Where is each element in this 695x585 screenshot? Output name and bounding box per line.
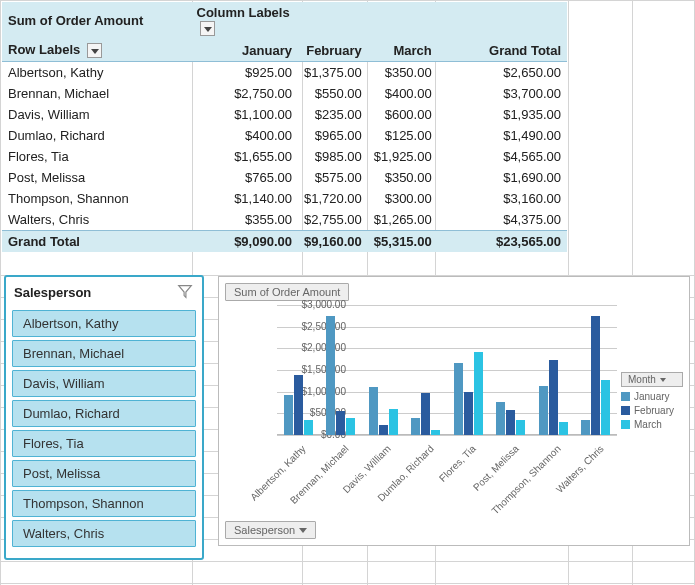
slicer-item[interactable]: Dumlao, Richard — [12, 400, 196, 427]
pivot-cell[interactable]: $3,160.00 — [438, 188, 567, 209]
legend-item[interactable]: March — [621, 419, 683, 430]
pivot-cell[interactable]: $1,490.00 — [438, 125, 567, 146]
chart-bar[interactable] — [601, 380, 610, 435]
legend-item[interactable]: February — [621, 405, 683, 416]
chart-bar[interactable] — [581, 420, 590, 435]
pivot-cell[interactable]: $355.00 — [191, 209, 298, 231]
row-label[interactable]: Brennan, Michael — [2, 83, 191, 104]
chart-bar[interactable] — [411, 418, 420, 435]
chart-bar[interactable] — [549, 360, 558, 435]
pivot-cell[interactable]: $1,935.00 — [438, 104, 567, 125]
chart-bar[interactable] — [421, 393, 430, 435]
pivot-cell[interactable]: $2,650.00 — [438, 62, 567, 84]
spreadsheet-view: { "pivot": { "sum_label": "Sum of Order … — [0, 0, 695, 585]
pivot-cell[interactable]: $550.00 — [298, 83, 368, 104]
pivot-cell[interactable]: $400.00 — [191, 125, 298, 146]
pivot-cell[interactable]: $1,655.00 — [191, 146, 298, 167]
pivot-cell[interactable]: $350.00 — [368, 62, 438, 84]
chart-axis-field-button[interactable]: Salesperson — [225, 521, 316, 539]
chart-legend: Month JanuaryFebruaryMarch — [621, 372, 683, 433]
pivot-cell[interactable]: $2,755.00 — [298, 209, 368, 231]
col-header[interactable]: Grand Total — [438, 39, 567, 62]
pivot-cell[interactable]: $300.00 — [368, 188, 438, 209]
pivot-cell[interactable]: $965.00 — [298, 125, 368, 146]
row-label[interactable]: Albertson, Kathy — [2, 62, 191, 84]
row-label[interactable]: Thompson, Shannon — [2, 188, 191, 209]
chart-bar[interactable] — [464, 392, 473, 435]
pivot-cell[interactable]: $350.00 — [368, 167, 438, 188]
row-labels-dropdown-icon[interactable] — [87, 43, 102, 58]
chart-bar[interactable] — [431, 430, 440, 435]
pivot-cell[interactable]: $3,700.00 — [438, 83, 567, 104]
legend-swatch — [621, 406, 630, 415]
grand-total-cell: $23,565.00 — [438, 231, 567, 253]
pivot-cell[interactable]: $235.00 — [298, 104, 368, 125]
chart-bar[interactable] — [506, 410, 515, 435]
chart-bar[interactable] — [336, 411, 345, 435]
col-header[interactable]: February — [298, 39, 368, 62]
chart-bar[interactable] — [539, 386, 548, 435]
pivot-table[interactable]: Sum of Order Amount Column Labels Row La… — [2, 2, 567, 252]
slicer-item[interactable]: Davis, William — [12, 370, 196, 397]
chart-bar[interactable] — [369, 387, 378, 435]
row-label[interactable]: Dumlao, Richard — [2, 125, 191, 146]
row-label[interactable]: Davis, William — [2, 104, 191, 125]
pivot-cell[interactable]: $1,375.00 — [298, 62, 368, 84]
chevron-down-icon — [299, 528, 307, 533]
grand-total-cell: $5,315.00 — [368, 231, 438, 253]
pivot-cell[interactable]: $925.00 — [191, 62, 298, 84]
column-labels-dropdown-icon[interactable] — [200, 21, 215, 36]
y-axis-tick: $2,500.00 — [291, 321, 346, 332]
pivot-cell[interactable]: $575.00 — [298, 167, 368, 188]
col-header[interactable]: January — [191, 39, 298, 62]
chart-bar[interactable] — [304, 420, 313, 435]
grand-total-cell: $9,160.00 — [298, 231, 368, 253]
row-label[interactable]: Flores, Tia — [2, 146, 191, 167]
slicer-item[interactable]: Flores, Tia — [12, 430, 196, 457]
chart-bar[interactable] — [454, 363, 463, 435]
slicer-item[interactable]: Albertson, Kathy — [12, 310, 196, 337]
col-header[interactable]: March — [368, 39, 438, 62]
pivot-cell[interactable]: $1,265.00 — [368, 209, 438, 231]
pivot-cell[interactable]: $2,750.00 — [191, 83, 298, 104]
chart-bar[interactable] — [284, 395, 293, 435]
chart-legend-field-button[interactable]: Month — [621, 372, 683, 387]
chart-bar[interactable] — [591, 316, 600, 435]
pivot-cell[interactable]: $1,925.00 — [368, 146, 438, 167]
y-axis-tick: $1,500.00 — [291, 364, 346, 375]
chart-bar[interactable] — [294, 375, 303, 435]
pivot-chart[interactable]: Sum of Order Amount Salesperson $0.00$50… — [218, 276, 690, 546]
y-axis-tick: $2,000.00 — [291, 342, 346, 353]
pivot-cell[interactable]: $4,565.00 — [438, 146, 567, 167]
column-labels-label: Column Labels — [197, 5, 290, 20]
pivot-cell[interactable]: $4,375.00 — [438, 209, 567, 231]
slicer-item[interactable]: Thompson, Shannon — [12, 490, 196, 517]
row-label[interactable]: Walters, Chris — [2, 209, 191, 231]
row-label[interactable]: Post, Melissa — [2, 167, 191, 188]
legend-item[interactable]: January — [621, 391, 683, 402]
y-axis-tick: $3,000.00 — [291, 299, 346, 310]
chart-bar[interactable] — [389, 409, 398, 435]
pivot-cell[interactable]: $1,100.00 — [191, 104, 298, 125]
pivot-cell[interactable]: $985.00 — [298, 146, 368, 167]
pivot-cell[interactable]: $1,720.00 — [298, 188, 368, 209]
pivot-cell[interactable]: $1,690.00 — [438, 167, 567, 188]
chart-bar[interactable] — [326, 316, 335, 435]
chart-bar[interactable] — [474, 352, 483, 435]
chart-bar[interactable] — [346, 418, 355, 435]
chart-bar[interactable] — [516, 420, 525, 435]
slicer-item[interactable]: Brennan, Michael — [12, 340, 196, 367]
clear-filter-icon[interactable] — [176, 283, 194, 301]
pivot-cell[interactable]: $765.00 — [191, 167, 298, 188]
chart-bar[interactable] — [559, 422, 568, 435]
pivot-cell[interactable]: $125.00 — [368, 125, 438, 146]
pivot-cell[interactable]: $400.00 — [368, 83, 438, 104]
legend-swatch — [621, 392, 630, 401]
slicer-item[interactable]: Walters, Chris — [12, 520, 196, 547]
chart-bar[interactable] — [379, 425, 388, 435]
slicer-item[interactable]: Post, Melissa — [12, 460, 196, 487]
chart-bar[interactable] — [496, 402, 505, 435]
slicer-salesperson[interactable]: Salesperson Albertson, KathyBrennan, Mic… — [4, 275, 204, 560]
pivot-cell[interactable]: $600.00 — [368, 104, 438, 125]
pivot-cell[interactable]: $1,140.00 — [191, 188, 298, 209]
